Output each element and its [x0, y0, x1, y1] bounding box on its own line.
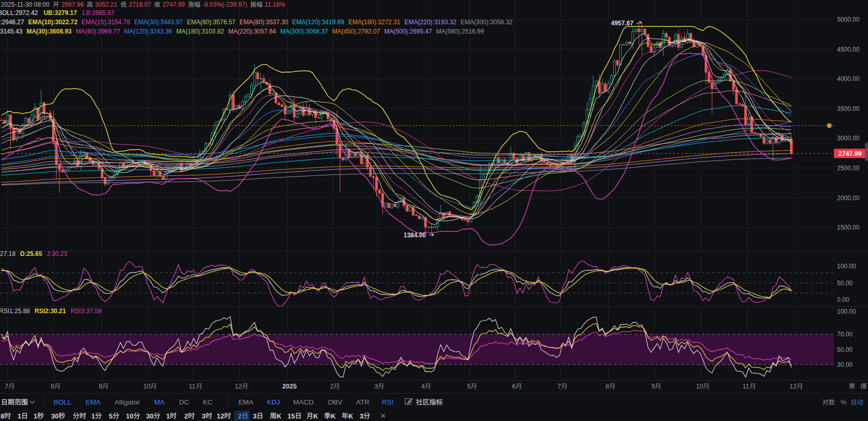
svg-text:1: 1	[166, 412, 170, 420]
svg-text:5: 5	[467, 383, 471, 390]
svg-text:2747.99: 2747.99	[839, 150, 862, 157]
svg-text:8: 8	[1, 412, 4, 420]
svg-text:EMA(30):3443.97: EMA(30):3443.97	[134, 19, 183, 26]
svg-text:2747.99: 2747.99	[163, 1, 185, 8]
svg-text:J:30.23: J:30.23	[47, 250, 68, 257]
svg-text:2718.07: 2718.07	[129, 1, 152, 8]
svg-text:5000.00: 5000.00	[837, 16, 860, 23]
svg-text:DC: DC	[179, 398, 189, 406]
svg-text:70.00: 70.00	[837, 331, 853, 338]
svg-text:EMA: EMA	[238, 398, 253, 406]
svg-text:5: 5	[109, 412, 112, 420]
svg-text:100.00: 100.00	[837, 263, 856, 270]
svg-text:K: K	[348, 412, 353, 420]
svg-text:0.00: 0.00	[837, 296, 849, 303]
svg-text:KC: KC	[203, 398, 213, 406]
svg-text:2: 2	[330, 383, 333, 390]
svg-text:3052.21: 3052.21	[95, 1, 118, 8]
svg-text:MACD: MACD	[293, 398, 314, 406]
svg-text:1384.00: 1384.00	[404, 232, 426, 239]
svg-text:BOLL:2972.42: BOLL:2972.42	[0, 9, 38, 17]
svg-text:MA(120):3243.36: MA(120):3243.36	[124, 28, 172, 35]
svg-text:ATR: ATR	[356, 398, 369, 406]
svg-text:4000.00: 4000.00	[837, 75, 860, 83]
svg-text:3: 3	[253, 412, 256, 420]
svg-text:EMA(220):3193.32: EMA(220):3193.32	[405, 19, 457, 26]
svg-text:K: K	[277, 412, 282, 420]
svg-text:3: 3	[360, 412, 363, 420]
svg-text:1: 1	[91, 412, 95, 420]
svg-text:MA(450):2792.07: MA(450):2792.07	[332, 28, 380, 35]
svg-text:%: %	[841, 399, 846, 406]
svg-text:4500.00: 4500.00	[837, 46, 860, 53]
svg-text:3: 3	[374, 383, 378, 390]
svg-text:LB:2665.67: LB:2665.67	[83, 9, 115, 17]
svg-text:MA(300):3068.37: MA(300):3068.37	[280, 28, 328, 35]
svg-text:MA(220):3057.64: MA(220):3057.64	[228, 28, 276, 35]
svg-text:15: 15	[287, 412, 295, 420]
svg-text:EMA: EMA	[86, 398, 101, 406]
svg-text:12: 12	[790, 383, 797, 390]
svg-text:2025: 2025	[282, 383, 297, 390]
svg-text:1: 1	[18, 412, 21, 420]
svg-text:9: 9	[651, 383, 655, 390]
svg-text:3: 3	[202, 412, 205, 420]
svg-text:MA(180):3103.82: MA(180):3103.82	[176, 28, 224, 35]
svg-text:50.00: 50.00	[837, 280, 853, 287]
svg-text:11: 11	[189, 383, 196, 390]
svg-text:EMA(80):3537.30: EMA(80):3537.30	[239, 19, 288, 26]
svg-text:K: K	[313, 412, 318, 420]
svg-text:RSI1:25.88: RSI1:25.88	[0, 307, 30, 315]
svg-text:-8.03%(-239.97): -8.03%(-239.97)	[202, 1, 247, 8]
svg-text:EMA(120):3419.69: EMA(120):3419.69	[292, 19, 344, 26]
svg-text:K: K	[331, 412, 336, 420]
svg-text:4957.67: 4957.67	[611, 20, 634, 27]
svg-text:11.18%: 11.18%	[265, 1, 285, 8]
svg-text:EMA(300):3058.32: EMA(300):3058.32	[461, 19, 513, 26]
svg-text:8: 8	[51, 383, 54, 390]
svg-text:7: 7	[5, 383, 8, 390]
svg-text:EMA(180):3272.31: EMA(180):3272.31	[348, 19, 400, 26]
svg-text:30: 30	[51, 412, 58, 420]
svg-text:2500.00: 2500.00	[837, 165, 860, 172]
svg-text:RSI3:37.59: RSI3:37.59	[71, 307, 102, 315]
svg-text:UB:3279.17: UB:3279.17	[43, 9, 77, 17]
svg-text:K:27.18: K:27.18	[0, 250, 15, 257]
svg-text:1500.00: 1500.00	[837, 224, 860, 231]
svg-text:KDJ: KDJ	[267, 398, 280, 406]
svg-text:RSI: RSI	[382, 398, 394, 406]
svg-text:EMA(5):2946.27: EMA(5):2946.27	[0, 19, 24, 26]
svg-text:4: 4	[421, 383, 425, 390]
svg-text:MA(500):2695.47: MA(500):2695.47	[384, 28, 432, 35]
svg-text:7: 7	[557, 383, 561, 390]
svg-text:D:25.65: D:25.65	[20, 250, 42, 257]
svg-text:3000.00: 3000.00	[837, 135, 860, 142]
svg-text:12: 12	[217, 412, 224, 420]
svg-text:EMA(15):3154.78: EMA(15):3154.78	[82, 19, 130, 26]
svg-text:2: 2	[238, 412, 242, 420]
svg-text:30: 30	[146, 412, 153, 420]
svg-text:Alligator: Alligator	[115, 398, 140, 406]
svg-text:9: 9	[99, 383, 102, 390]
svg-text:1: 1	[34, 412, 37, 420]
svg-text:3500.00: 3500.00	[837, 105, 860, 112]
svg-text:MA(10):3145.43: MA(10):3145.43	[0, 28, 23, 35]
svg-text:EMA(60):3576.57: EMA(60):3576.57	[187, 19, 235, 26]
svg-text:12: 12	[235, 383, 242, 390]
svg-text:10: 10	[126, 412, 133, 420]
svg-text:6: 6	[512, 383, 516, 390]
svg-text:100.00: 100.00	[837, 308, 856, 315]
svg-text:MA(30):3608.93: MA(30):3608.93	[26, 28, 72, 35]
svg-text:OBV: OBV	[328, 398, 343, 406]
svg-text:10: 10	[696, 383, 703, 390]
svg-text:BOLL: BOLL	[54, 398, 72, 406]
svg-text:RSI2:30.21: RSI2:30.21	[35, 307, 66, 315]
svg-text:2025-11-30 08:00: 2025-11-30 08:00	[1, 1, 50, 8]
svg-text:10: 10	[143, 383, 151, 390]
svg-text:2987.96: 2987.96	[61, 1, 84, 8]
svg-text:2000.00: 2000.00	[837, 195, 860, 202]
svg-text:MA(60):3969.77: MA(60):3969.77	[76, 28, 120, 35]
svg-text:11: 11	[743, 383, 749, 390]
svg-text:2: 2	[184, 412, 188, 420]
svg-text:MA: MA	[154, 398, 165, 406]
